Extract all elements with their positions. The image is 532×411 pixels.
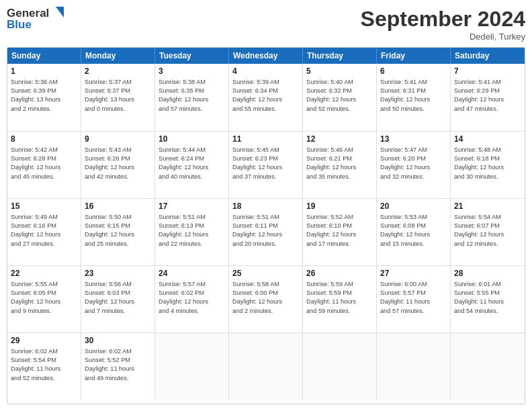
day-detail-w0-d1: Sunrise: 5:37 AM Sunset: 6:37 PM Dayligh… <box>85 78 151 113</box>
svg-marker-0 <box>56 7 64 17</box>
day-detail-w1-d2: Sunrise: 5:44 AM Sunset: 6:24 PM Dayligh… <box>159 146 225 181</box>
day-num-w0-d1: 2 <box>85 66 151 77</box>
day-num-w2-d0: 15 <box>11 201 77 212</box>
day-detail-w3-d5: Sunrise: 6:00 AM Sunset: 5:57 PM Dayligh… <box>380 280 447 316</box>
day-num-w4-d1: 30 <box>85 335 151 347</box>
cell-w3-d0: 22Sunrise: 5:55 AM Sunset: 6:05 PM Dayli… <box>7 266 81 332</box>
day-num-w1-d6: 14 <box>454 134 521 145</box>
day-detail-w0-d2: Sunrise: 5:38 AM Sunset: 6:35 PM Dayligh… <box>159 78 225 113</box>
calendar: Sunday Monday Tuesday Wednesday Thursday… <box>7 47 525 404</box>
header-wednesday: Wednesday <box>229 48 303 64</box>
cell-w1-d1: 9Sunrise: 5:43 AM Sunset: 6:26 PM Daylig… <box>81 132 155 198</box>
day-num-w0-d0: 1 <box>11 66 77 77</box>
day-detail-w4-d0: Sunrise: 6:02 AM Sunset: 5:54 PM Dayligh… <box>11 347 77 383</box>
day-num-w1-d4: 12 <box>306 134 373 145</box>
day-num-w1-d2: 10 <box>159 134 225 145</box>
day-detail-w2-d2: Sunrise: 5:51 AM Sunset: 6:13 PM Dayligh… <box>159 213 225 248</box>
cell-w4-d0: 29Sunrise: 6:02 AM Sunset: 5:54 PM Dayli… <box>7 333 81 400</box>
cell-w2-d0: 15Sunrise: 5:49 AM Sunset: 6:16 PM Dayli… <box>7 199 81 265</box>
day-detail-w0-d4: Sunrise: 5:40 AM Sunset: 6:32 PM Dayligh… <box>306 78 373 113</box>
day-num-w0-d5: 6 <box>380 66 447 77</box>
cell-w0-d4: 5Sunrise: 5:40 AM Sunset: 6:32 PM Daylig… <box>303 64 377 131</box>
cell-w1-d4: 12Sunrise: 5:46 AM Sunset: 6:21 PM Dayli… <box>303 132 377 198</box>
header-thursday: Thursday <box>303 48 377 64</box>
cell-w4-d6 <box>451 333 525 400</box>
day-detail-w0-d5: Sunrise: 5:41 AM Sunset: 6:31 PM Dayligh… <box>380 78 447 113</box>
day-detail-w2-d1: Sunrise: 5:50 AM Sunset: 6:15 PM Dayligh… <box>85 213 151 248</box>
cell-w1-d6: 14Sunrise: 5:48 AM Sunset: 6:18 PM Dayli… <box>451 132 525 198</box>
day-detail-w2-d5: Sunrise: 5:53 AM Sunset: 6:08 PM Dayligh… <box>380 213 447 248</box>
cell-w2-d2: 17Sunrise: 5:51 AM Sunset: 6:13 PM Dayli… <box>155 199 229 265</box>
header-saturday: Saturday <box>451 48 525 64</box>
cell-w3-d5: 27Sunrise: 6:00 AM Sunset: 5:57 PM Dayli… <box>377 266 451 332</box>
cell-w0-d3: 4Sunrise: 5:39 AM Sunset: 6:34 PM Daylig… <box>229 64 303 131</box>
cell-w3-d4: 26Sunrise: 5:59 AM Sunset: 5:59 PM Dayli… <box>303 266 377 332</box>
cell-w2-d3: 18Sunrise: 5:51 AM Sunset: 6:11 PM Dayli… <box>229 199 303 265</box>
week-4: 29Sunrise: 6:02 AM Sunset: 5:54 PM Dayli… <box>7 332 525 400</box>
cell-w4-d3 <box>229 333 303 400</box>
cell-w4-d1: 30Sunrise: 6:02 AM Sunset: 5:52 PM Dayli… <box>81 333 155 400</box>
day-detail-w2-d3: Sunrise: 5:51 AM Sunset: 6:11 PM Dayligh… <box>232 213 299 248</box>
day-detail-w0-d0: Sunrise: 5:36 AM Sunset: 6:39 PM Dayligh… <box>11 78 77 113</box>
day-detail-w1-d5: Sunrise: 5:47 AM Sunset: 6:20 PM Dayligh… <box>380 146 447 181</box>
day-detail-w3-d2: Sunrise: 5:57 AM Sunset: 6:02 PM Dayligh… <box>159 280 225 316</box>
day-num-w2-d3: 18 <box>232 201 299 212</box>
day-detail-w4-d1: Sunrise: 6:02 AM Sunset: 5:52 PM Dayligh… <box>85 347 151 383</box>
day-detail-w3-d0: Sunrise: 5:55 AM Sunset: 6:05 PM Dayligh… <box>11 280 77 316</box>
day-num-w3-d3: 25 <box>232 268 299 279</box>
cell-w1-d2: 10Sunrise: 5:44 AM Sunset: 6:24 PM Dayli… <box>155 132 229 198</box>
day-num-w2-d4: 19 <box>306 201 373 212</box>
header-tuesday: Tuesday <box>155 48 229 64</box>
day-detail-w3-d3: Sunrise: 5:58 AM Sunset: 6:00 PM Dayligh… <box>232 280 299 316</box>
title-block: September 2024 Dedeli, Turkey <box>361 7 525 42</box>
day-num-w1-d0: 8 <box>11 134 77 145</box>
cell-w3-d6: 28Sunrise: 6:01 AM Sunset: 5:55 PM Dayli… <box>451 266 525 332</box>
header: General Blue September 2024 Dedeli, Turk… <box>7 7 525 42</box>
day-num-w3-d4: 26 <box>306 268 373 279</box>
header-monday: Monday <box>81 48 155 64</box>
day-detail-w2-d0: Sunrise: 5:49 AM Sunset: 6:16 PM Dayligh… <box>11 213 77 248</box>
cell-w2-d6: 21Sunrise: 5:54 AM Sunset: 6:07 PM Dayli… <box>451 199 525 265</box>
cell-w0-d5: 6Sunrise: 5:41 AM Sunset: 6:31 PM Daylig… <box>377 64 451 131</box>
location: Dedeli, Turkey <box>361 32 525 42</box>
day-detail-w1-d3: Sunrise: 5:45 AM Sunset: 6:23 PM Dayligh… <box>232 146 299 181</box>
day-detail-w0-d3: Sunrise: 5:39 AM Sunset: 6:34 PM Dayligh… <box>232 78 299 113</box>
day-num-w3-d5: 27 <box>380 268 447 279</box>
day-num-w0-d4: 5 <box>306 66 373 77</box>
cell-w1-d5: 13Sunrise: 5:47 AM Sunset: 6:20 PM Dayli… <box>377 132 451 198</box>
day-num-w1-d1: 9 <box>85 134 151 145</box>
cell-w2-d4: 19Sunrise: 5:52 AM Sunset: 6:10 PM Dayli… <box>303 199 377 265</box>
day-detail-w3-d1: Sunrise: 5:56 AM Sunset: 6:03 PM Dayligh… <box>85 280 151 316</box>
day-num-w1-d5: 13 <box>380 134 447 145</box>
cell-w0-d2: 3Sunrise: 5:38 AM Sunset: 6:35 PM Daylig… <box>155 64 229 131</box>
day-num-w2-d1: 16 <box>85 201 151 212</box>
cell-w4-d4 <box>303 333 377 400</box>
day-num-w2-d5: 20 <box>380 201 447 212</box>
cell-w0-d6: 7Sunrise: 5:41 AM Sunset: 6:29 PM Daylig… <box>451 64 525 131</box>
day-num-w3-d6: 28 <box>454 268 521 279</box>
day-num-w1-d3: 11 <box>232 134 299 145</box>
cell-w2-d1: 16Sunrise: 5:50 AM Sunset: 6:15 PM Dayli… <box>81 199 155 265</box>
day-detail-w1-d1: Sunrise: 5:43 AM Sunset: 6:26 PM Dayligh… <box>85 146 151 181</box>
day-num-w0-d3: 4 <box>232 66 299 77</box>
cell-w4-d2 <box>155 333 229 400</box>
cell-w1-d0: 8Sunrise: 5:42 AM Sunset: 6:28 PM Daylig… <box>7 132 81 198</box>
day-num-w2-d6: 21 <box>454 201 521 212</box>
month-title: September 2024 <box>361 7 525 32</box>
header-friday: Friday <box>377 48 451 64</box>
cell-w1-d3: 11Sunrise: 5:45 AM Sunset: 6:23 PM Dayli… <box>229 132 303 198</box>
day-detail-w1-d4: Sunrise: 5:46 AM Sunset: 6:21 PM Dayligh… <box>306 146 373 181</box>
day-num-w4-d0: 29 <box>11 335 77 347</box>
calendar-header: Sunday Monday Tuesday Wednesday Thursday… <box>7 48 525 64</box>
cell-w3-d2: 24Sunrise: 5:57 AM Sunset: 6:02 PM Dayli… <box>155 266 229 332</box>
day-detail-w1-d0: Sunrise: 5:42 AM Sunset: 6:28 PM Dayligh… <box>11 146 77 181</box>
day-detail-w2-d4: Sunrise: 5:52 AM Sunset: 6:10 PM Dayligh… <box>306 213 373 248</box>
header-sunday: Sunday <box>7 48 81 64</box>
cell-w3-d1: 23Sunrise: 5:56 AM Sunset: 6:03 PM Dayli… <box>81 266 155 332</box>
day-num-w3-d2: 24 <box>159 268 225 279</box>
cell-w0-d0: 1Sunrise: 5:36 AM Sunset: 6:39 PM Daylig… <box>7 64 81 131</box>
day-num-w3-d0: 22 <box>11 268 77 279</box>
day-detail-w2-d6: Sunrise: 5:54 AM Sunset: 6:07 PM Dayligh… <box>454 213 521 248</box>
logo: General Blue <box>7 7 65 32</box>
page: General Blue September 2024 Dedeli, Turk… <box>0 0 532 411</box>
